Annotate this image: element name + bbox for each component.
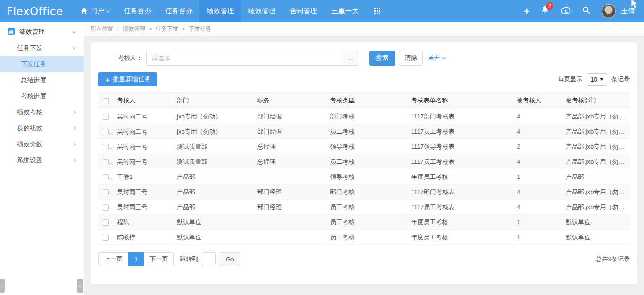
- top-navigation: 门户 任务督办 任务督办 绩效管理 绩效管理 合同管理 三重一大: [74, 0, 389, 22]
- search-form: 考核人： … 搜索 清除 展开: [91, 42, 637, 66]
- row-checkbox[interactable]: [103, 189, 109, 195]
- breadcrumb-item[interactable]: 任务下发: [156, 25, 178, 33]
- breadcrumb-item: 下发任务: [189, 25, 211, 33]
- sidebar-collapse-handle[interactable]: «: [77, 279, 83, 293]
- select-all-cell: [98, 93, 112, 109]
- pagination-group: 上一页 1 下一页: [98, 252, 174, 266]
- per-page-select[interactable]: 10: [587, 73, 607, 86]
- sidebar-item-system-settings[interactable]: 系统设置: [0, 152, 84, 169]
- cell-assessee-department: 产品部,jxb专用（勿动）: [561, 185, 630, 200]
- nav-item-performance-2[interactable]: 绩效管理: [241, 0, 282, 22]
- cell-position: [253, 230, 325, 245]
- per-page-suffix: 条记录: [611, 75, 630, 84]
- nav-item-three-major[interactable]: 三重一大: [324, 0, 365, 22]
- cell-assessee-count[interactable]: 1: [512, 169, 561, 185]
- sidebar-item-my-performance[interactable]: 我的绩效: [0, 120, 84, 136]
- collapse-handle-left[interactable]: ‹: [0, 279, 5, 293]
- header-department: 部门: [172, 93, 253, 109]
- search-submit-button[interactable]: 搜索: [369, 51, 395, 66]
- batch-add-task-label: 批量新增任务: [113, 75, 151, 84]
- assessor-picker-button[interactable]: …: [343, 51, 358, 66]
- row-checkbox[interactable]: [103, 174, 109, 180]
- nav-item-task-supervision-2[interactable]: 任务督办: [158, 0, 199, 22]
- cell-assess-type: 员工考核: [325, 154, 406, 169]
- table-body: 吴时雨二号jxb专用（勿动）部门经理部门考核1117部门考核表4产品部,jxb专…: [98, 109, 630, 245]
- header-assess-type: 考核类型: [325, 93, 406, 109]
- sidebar-item-performance-mgmt[interactable]: 绩效管理: [0, 24, 84, 40]
- cell-position: 部门经理: [253, 124, 325, 139]
- total-records-text: 总共9条记录: [596, 255, 630, 263]
- home-icon: [81, 8, 87, 15]
- cell-assess-type: 员工考核: [325, 124, 406, 139]
- table-row: 吴时雨三号产品部部门经理员工考核1117员工考核表4产品部,jxb专用（勿动）: [98, 200, 630, 215]
- nav-item-task-supervision-1[interactable]: 任务督办: [116, 0, 158, 22]
- cell-assessee-count[interactable]: 4: [512, 185, 561, 200]
- row-checkbox-cell: [98, 185, 112, 200]
- chevron-down-icon: [72, 45, 76, 49]
- row-checkbox[interactable]: [103, 235, 109, 241]
- cell-assessee-count[interactable]: 2: [512, 139, 561, 154]
- search-button-top[interactable]: [582, 6, 590, 16]
- row-checkbox[interactable]: [103, 219, 109, 226]
- row-checkbox[interactable]: [103, 204, 109, 211]
- row-checkbox[interactable]: [103, 144, 109, 150]
- sidebar-item-label: 任务下发: [17, 44, 42, 52]
- chevron-down-icon: [442, 55, 446, 59]
- cell-assessee-count[interactable]: 1: [512, 215, 561, 230]
- cell-assessor: 吴时雨三号: [112, 185, 172, 200]
- row-checkbox-cell: [98, 200, 112, 215]
- sidebar-item-dispatch-task[interactable]: 下发任务: [0, 56, 84, 72]
- sidebar-item-performance-assessment[interactable]: 绩效考核: [0, 104, 84, 120]
- next-page-button[interactable]: 下一页: [143, 252, 174, 266]
- jump-page-input[interactable]: [202, 252, 216, 266]
- sidebar-item-performance-score[interactable]: 绩效分数: [0, 136, 84, 152]
- sidebar-item-assessment-progress[interactable]: 考核进度: [0, 88, 84, 104]
- cell-assess-type: 部门考核: [325, 109, 406, 124]
- sidebar-item-task-dispatch[interactable]: 任务下发: [0, 40, 84, 56]
- expand-filters-link[interactable]: 展开: [428, 54, 446, 62]
- select-all-checkbox[interactable]: [103, 98, 109, 104]
- table-row: 吴时雨一号测试质量部总经理员工考核1117员工考核表4产品部,jxb专用（勿动）: [98, 154, 630, 169]
- clear-button[interactable]: 清除: [399, 51, 423, 66]
- row-checkbox-cell: [98, 215, 112, 230]
- batch-add-task-button[interactable]: ＋批量新增任务: [98, 72, 157, 86]
- app-grid-menu-button[interactable]: [365, 0, 389, 22]
- nav-item-performance-active[interactable]: 绩效管理: [199, 0, 241, 22]
- prev-page-button[interactable]: 上一页: [98, 252, 129, 266]
- search-icon: [582, 6, 590, 16]
- nav-item-contract[interactable]: 合同管理: [282, 0, 324, 22]
- cell-assessee-count[interactable]: 1: [512, 230, 561, 245]
- chevron-right-icon: [72, 159, 76, 162]
- user-name[interactable]: 王倩: [621, 7, 635, 16]
- sync-cloud-button[interactable]: [561, 6, 571, 16]
- nav-item-portal[interactable]: 门户: [74, 0, 116, 22]
- header-assessee-count: 被考核人: [512, 93, 561, 109]
- sidebar-item-label: 绩效考核: [17, 108, 42, 117]
- cell-assessee-count[interactable]: 4: [512, 154, 561, 169]
- cell-assessee-count[interactable]: 4: [512, 200, 561, 215]
- sidebar-item-summary-progress[interactable]: 总结进度: [0, 72, 84, 88]
- app-logo: FlexOffice: [0, 5, 74, 17]
- go-button[interactable]: Go: [220, 252, 240, 266]
- chevron-right-icon: [72, 143, 76, 146]
- breadcrumb: 所在位置 ： 绩效管理 ＞ 任务下发 ＞ 下发任务: [84, 22, 644, 36]
- cell-department: 产品部: [172, 185, 253, 200]
- page-1-button[interactable]: 1: [128, 252, 144, 266]
- jump-to-label: 跳转到: [180, 255, 198, 263]
- cell-form-name: 1117领导考核表: [406, 139, 512, 154]
- row-checkbox[interactable]: [103, 159, 109, 165]
- cell-assessee-count[interactable]: 4: [512, 109, 561, 124]
- cell-assess-type: 部门考核: [325, 185, 406, 200]
- cell-assessee-department: 默认单位: [561, 230, 630, 245]
- notifications-button[interactable]: 2: [541, 6, 549, 17]
- cell-assessee-count[interactable]: 4: [512, 124, 561, 139]
- user-avatar[interactable]: [602, 4, 616, 18]
- pagination: 上一页 1 下一页 跳转到 Go 总共9条记录: [91, 245, 637, 266]
- row-checkbox[interactable]: [103, 114, 109, 120]
- row-checkbox[interactable]: [103, 129, 109, 135]
- cell-assessor: 吴时雨三号: [112, 200, 172, 215]
- assessor-select-input[interactable]: [146, 51, 343, 66]
- table-row: 王倩1产品部领导考核年度员工考核1产品部: [98, 169, 630, 185]
- breadcrumb-item[interactable]: 绩效管理: [123, 25, 145, 33]
- add-new-button[interactable]: +: [524, 7, 529, 16]
